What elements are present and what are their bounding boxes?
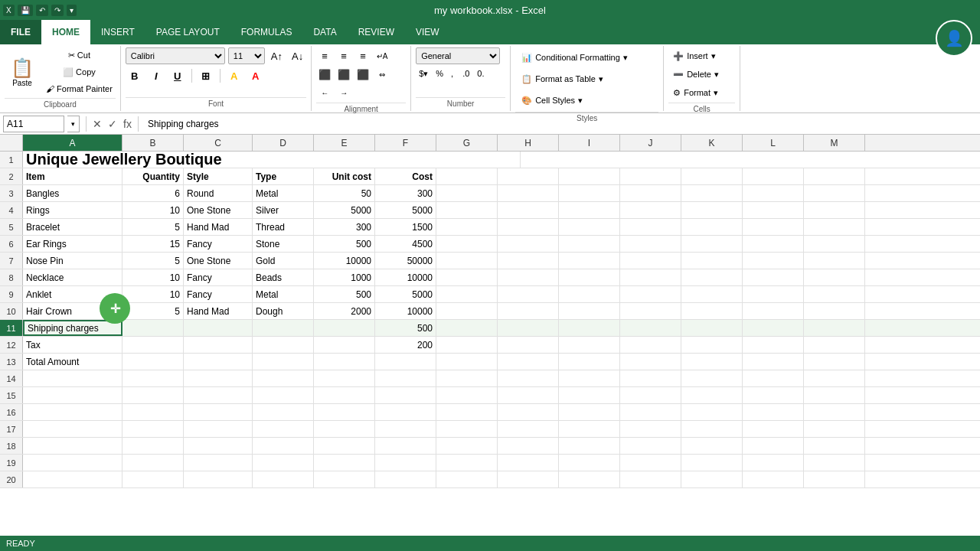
increase-font-button[interactable]: A↑	[268, 48, 286, 64]
cell-e14[interactable]	[314, 370, 375, 386]
cell-i3[interactable]	[559, 185, 620, 201]
cell-j7[interactable]	[620, 253, 681, 269]
italic-button[interactable]: I	[147, 67, 165, 84]
cell-b13[interactable]	[122, 354, 184, 370]
wrap-text-button[interactable]: ↵A	[374, 47, 390, 64]
cell-j10[interactable]	[620, 303, 681, 319]
cell-h3[interactable]	[498, 185, 559, 201]
cell-d14[interactable]	[253, 370, 314, 386]
cell-b2[interactable]: Quantity	[122, 168, 184, 184]
cell-f10[interactable]: 10000	[375, 303, 436, 319]
cell-j2[interactable]	[620, 168, 681, 184]
cell-e2[interactable]: Unit cost	[314, 168, 375, 184]
cell-m11[interactable]	[804, 320, 865, 336]
cell-d7[interactable]: Gold	[253, 253, 314, 269]
more-icon[interactable]: ▾	[67, 5, 77, 16]
cell-i9[interactable]	[559, 286, 620, 302]
cell-k5[interactable]	[681, 219, 743, 235]
cell-c12[interactable]	[184, 337, 253, 353]
cell-d2[interactable]: Type	[253, 168, 314, 184]
cell-d8[interactable]: Beads	[253, 269, 314, 285]
cell-f4[interactable]: 5000	[375, 202, 436, 218]
decrease-decimal-button[interactable]: 0.	[474, 66, 487, 81]
col-header-a[interactable]: A	[23, 135, 122, 151]
cancel-formula-icon[interactable]: ✕	[93, 118, 102, 130]
comma-button[interactable]: ,	[448, 66, 456, 81]
cell-c3[interactable]: Round	[184, 185, 253, 201]
cell-c7[interactable]: One Stone	[184, 253, 253, 269]
cell-i12[interactable]	[559, 337, 620, 353]
cell-j14[interactable]	[620, 370, 681, 386]
cell-k13[interactable]	[681, 354, 743, 370]
cell-m7[interactable]	[804, 253, 865, 269]
cell-l14[interactable]	[743, 370, 804, 386]
cell-c8[interactable]: Fancy	[184, 269, 253, 285]
cell-d5[interactable]: Thread	[253, 219, 314, 235]
align-left-button[interactable]: ⬛	[316, 66, 333, 83]
cell-m2[interactable]	[804, 168, 865, 184]
cell-a2[interactable]: Item	[23, 168, 122, 184]
grid-body[interactable]: 1 Unique Jewellery Boutique 2 Item Quant…	[0, 152, 980, 536]
align-top-right-button[interactable]: ≡	[354, 47, 371, 64]
cell-b12[interactable]	[122, 337, 184, 353]
cell-g6[interactable]	[436, 236, 498, 252]
font-name-select[interactable]: Calibri	[126, 47, 225, 64]
tab-home[interactable]: HOME	[41, 20, 90, 44]
cell-g8[interactable]	[436, 269, 498, 285]
cell-d11[interactable]	[253, 320, 314, 336]
cell-j4[interactable]	[620, 202, 681, 218]
cell-j13[interactable]	[620, 354, 681, 370]
tab-page-layout[interactable]: PAGE LAYOUT	[145, 20, 230, 44]
cell-a12[interactable]: Tax	[23, 337, 122, 353]
cell-e10[interactable]: 2000	[314, 303, 375, 319]
cell-i11[interactable]	[559, 320, 620, 336]
cell-c13[interactable]	[184, 354, 253, 370]
col-header-g[interactable]: G	[436, 135, 498, 151]
align-top-left-button[interactable]: ≡	[316, 47, 333, 64]
cell-l2[interactable]	[743, 168, 804, 184]
cell-e12[interactable]	[314, 337, 375, 353]
cell-d13[interactable]	[253, 354, 314, 370]
cell-g11[interactable]	[436, 320, 498, 336]
cell-g3[interactable]	[436, 185, 498, 201]
increase-decimal-button[interactable]: .0	[459, 66, 472, 81]
cell-f9[interactable]: 5000	[375, 286, 436, 302]
cell-l3[interactable]	[743, 185, 804, 201]
cell-c6[interactable]: Fancy	[184, 236, 253, 252]
paste-button[interactable]: 📋 Paste	[5, 51, 40, 93]
cell-h13[interactable]	[498, 354, 559, 370]
cell-i5[interactable]	[559, 219, 620, 235]
col-header-l[interactable]: L	[743, 135, 804, 151]
cell-h14[interactable]	[498, 370, 559, 386]
cell-a7[interactable]: Nose Pin	[23, 253, 122, 269]
cell-i8[interactable]	[559, 269, 620, 285]
cell-a13[interactable]: Total Amount	[23, 354, 122, 370]
cell-g7[interactable]	[436, 253, 498, 269]
cell-i13[interactable]	[559, 354, 620, 370]
save-icon[interactable]: 💾	[18, 5, 33, 16]
cell-j5[interactable]	[620, 219, 681, 235]
cell-k9[interactable]	[681, 286, 743, 302]
cell-f5[interactable]: 1500	[375, 219, 436, 235]
conditional-formatting-button[interactable]: 📊 Conditional Formatting ▾	[515, 47, 634, 67]
cell-i4[interactable]	[559, 202, 620, 218]
cell-l7[interactable]	[743, 253, 804, 269]
cell-i6[interactable]	[559, 236, 620, 252]
col-header-m[interactable]: M	[804, 135, 865, 151]
tab-view[interactable]: VIEW	[405, 20, 450, 44]
align-center-button[interactable]: ⬛	[335, 66, 352, 83]
col-header-c[interactable]: C	[184, 135, 253, 151]
cell-m9[interactable]	[804, 286, 865, 302]
cell-g5[interactable]	[436, 219, 498, 235]
cell-h4[interactable]	[498, 202, 559, 218]
cell-l10[interactable]	[743, 303, 804, 319]
cell-m14[interactable]	[804, 370, 865, 386]
cell-m5[interactable]	[804, 219, 865, 235]
col-header-j[interactable]: J	[620, 135, 681, 151]
align-top-center-button[interactable]: ≡	[335, 47, 352, 64]
col-header-f[interactable]: F	[375, 135, 436, 151]
fill-color-button[interactable]: A	[225, 67, 243, 84]
cell-e13[interactable]	[314, 354, 375, 370]
number-format-select[interactable]: General	[416, 47, 500, 64]
cell-a14[interactable]	[23, 370, 122, 386]
